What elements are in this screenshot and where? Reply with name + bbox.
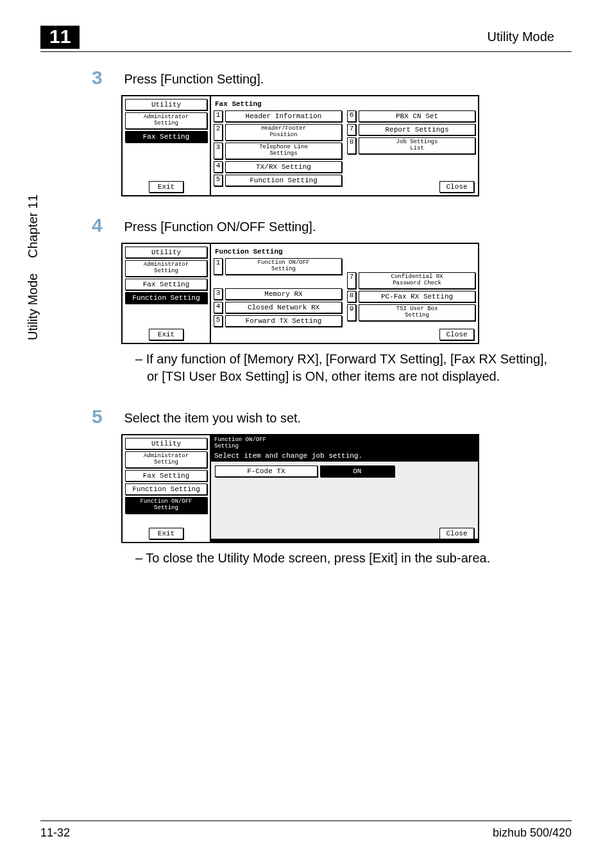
num: 5 <box>214 315 223 327</box>
report-settings-button[interactable]: Report Settings <box>359 124 475 135</box>
step-5: 5 Select the item you wish to set. Utili… <box>92 406 560 569</box>
pcfax-rx-setting-button[interactable]: PC-Fax RX Setting <box>359 291 475 302</box>
step-text: Press [Function Setting]. <box>124 67 264 87</box>
admin-setting-cell[interactable]: AdministratorSetting <box>125 260 207 277</box>
fax-setting-cell[interactable]: Fax Setting <box>125 131 207 143</box>
telephone-line-settings-button[interactable]: Telephone LineSettings <box>225 143 342 159</box>
panel-title: Function Setting <box>214 247 475 258</box>
num: 8 <box>347 137 356 154</box>
tx-rx-setting-button[interactable]: TX/RX Setting <box>225 161 342 173</box>
close-button[interactable]: Close <box>439 329 474 340</box>
num: 2 <box>214 124 223 141</box>
num: 4 <box>214 161 223 173</box>
header-information-button[interactable]: Header Information <box>225 110 342 122</box>
note-text: If any function of [Memory RX], [Forward… <box>147 351 560 385</box>
screenshot-function-onoff: Utility AdministratorSetting Fax Setting… <box>121 434 479 543</box>
fax-setting-cell[interactable]: Fax Setting <box>125 279 207 290</box>
memory-rx-button[interactable]: Memory RX <box>225 288 342 300</box>
num: 8 <box>347 291 356 302</box>
footer-device: bizhub 500/420 <box>493 826 572 840</box>
utility-cell[interactable]: Utility <box>125 247 207 258</box>
num: 5 <box>214 175 223 186</box>
admin-setting-cell[interactable]: AdministratorSetting <box>125 451 207 468</box>
num: 1 <box>214 258 223 275</box>
screenshot-fax-setting: Utility AdministratorSetting Fax Setting… <box>121 95 479 196</box>
header-rule <box>40 51 572 52</box>
page-tab: 11 <box>40 26 80 49</box>
fax-setting-cell[interactable]: Fax Setting <box>125 470 207 482</box>
function-setting-cell[interactable]: Function Setting <box>125 292 207 304</box>
header-footer-position-button[interactable]: Header/FooterPosition <box>225 124 342 141</box>
screenshot-function-setting: Utility AdministratorSetting Fax Setting… <box>121 243 479 344</box>
admin-setting-cell[interactable]: AdministratorSetting <box>125 112 207 129</box>
num: 1 <box>214 110 223 122</box>
tsi-userbox-setting-button[interactable]: TSI User BoxSetting <box>359 304 475 321</box>
panel-title: Fax Setting <box>214 99 475 110</box>
function-setting-button[interactable]: Function Setting <box>225 175 342 186</box>
header-section: Utility Mode <box>488 30 554 44</box>
function-setting-cell[interactable]: Function Setting <box>125 483 207 495</box>
sidebar-chapter: Chapter 11 <box>26 195 40 258</box>
on-state-button[interactable]: ON <box>320 465 395 477</box>
function-onoff-cell[interactable]: Function ON/OFFSetting <box>125 497 207 514</box>
step-3: 3 Press [Function Setting]. Utility Admi… <box>92 67 560 196</box>
panel-title-line2: Select item and change job setting. <box>211 452 478 462</box>
step-number: 3 <box>92 67 121 89</box>
sidebar-vertical: Utility Mode Chapter 11 <box>26 195 40 340</box>
step-text: Press [Function ON/OFF Setting]. <box>124 214 316 234</box>
confidential-rx-passcheck-button[interactable]: Confidential RXPassword Check <box>359 272 475 289</box>
note-text: To close the Utility Mode screen, press … <box>147 550 560 567</box>
close-button[interactable]: Close <box>439 181 474 193</box>
exit-button[interactable]: Exit <box>149 528 183 539</box>
sidebar-title: Utility Mode <box>26 273 40 340</box>
close-button[interactable]: Close <box>439 528 474 539</box>
step-number: 5 <box>92 406 121 428</box>
num: 6 <box>347 110 356 122</box>
function-onoff-setting-button[interactable]: Function ON/OFFSetting <box>225 258 342 275</box>
panel-title-line1: Function ON/OFFSetting <box>211 435 478 452</box>
num: 3 <box>214 143 223 159</box>
num: 4 <box>214 302 223 313</box>
footer-page-number: 11-32 <box>40 826 70 840</box>
pbx-cn-set-button[interactable]: PBX CN Set <box>359 110 475 122</box>
num: 7 <box>347 272 356 289</box>
closed-network-rx-button[interactable]: Closed Network RX <box>225 302 342 313</box>
num: 7 <box>347 124 356 135</box>
step-number: 4 <box>92 214 121 236</box>
num: 9 <box>347 304 356 321</box>
exit-button[interactable]: Exit <box>149 181 183 193</box>
utility-cell[interactable]: Utility <box>125 438 207 449</box>
step-4: 4 Press [Function ON/OFF Setting]. Utili… <box>92 214 560 388</box>
job-settings-list-button[interactable]: Job SettingsList <box>359 137 475 154</box>
step-text: Select the item you wish to set. <box>124 406 301 426</box>
num: 3 <box>214 288 223 300</box>
fcode-tx-button[interactable]: F-Code TX <box>215 465 318 477</box>
forward-tx-setting-button[interactable]: Forward TX Setting <box>225 315 342 327</box>
utility-cell[interactable]: Utility <box>125 99 207 110</box>
exit-button[interactable]: Exit <box>149 329 183 340</box>
page-footer: 11-32 bizhub 500/420 <box>40 820 572 840</box>
